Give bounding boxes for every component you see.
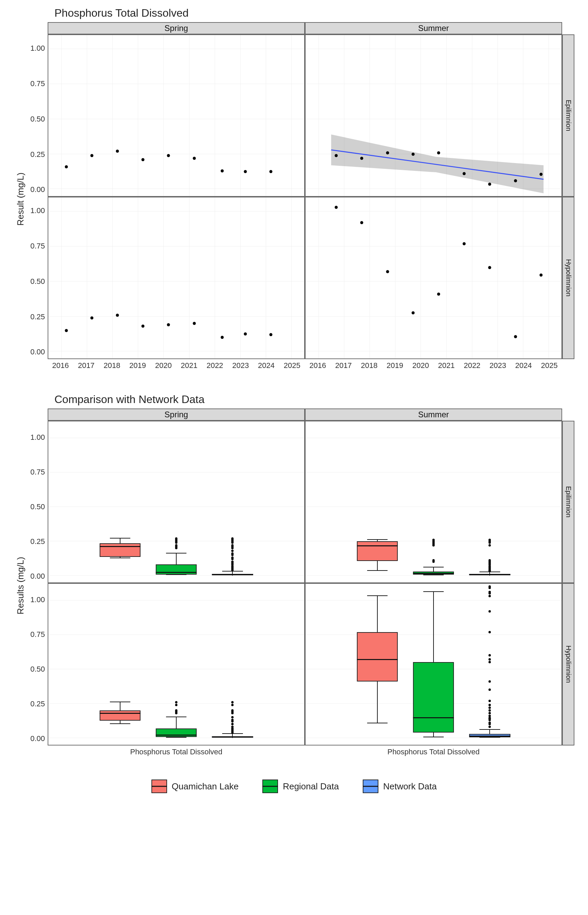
outlier-point xyxy=(231,709,234,711)
data-point xyxy=(488,183,491,186)
boxplot-box xyxy=(99,710,140,721)
data-point xyxy=(437,293,440,296)
outlier-point xyxy=(489,681,491,683)
outlier-point xyxy=(231,701,234,703)
outlier-point xyxy=(231,561,234,563)
outlier-point xyxy=(489,726,491,728)
y-tick: 0.50 xyxy=(30,503,45,511)
x-tick: 2017 xyxy=(78,361,95,370)
outlier-point xyxy=(489,559,491,562)
data-point xyxy=(244,170,247,173)
data-point xyxy=(116,150,119,153)
y-tick: 0.25 xyxy=(30,700,45,708)
panel-spring-epilimnion xyxy=(48,421,305,583)
y-tick: 0.50 xyxy=(30,115,45,124)
boxplot-facet-chart: Comparison with Network Data Results (mg… xyxy=(14,393,574,763)
data-point xyxy=(335,205,338,209)
y-tick: 0.00 xyxy=(30,348,45,356)
chart-title: Phosphorus Total Dissolved xyxy=(55,7,574,19)
data-point xyxy=(270,170,273,173)
panel-summer-epilimnion xyxy=(305,421,562,583)
y-tick: 0.25 xyxy=(30,312,45,321)
outlier-point xyxy=(489,595,491,597)
legend-swatch-red xyxy=(152,779,167,793)
outlier-point xyxy=(489,709,491,711)
legend-swatch-blue xyxy=(363,779,378,793)
y-tick: 0.00 xyxy=(30,734,45,743)
outlier-point xyxy=(433,538,435,541)
outlier-point xyxy=(231,723,234,726)
legend-item-regional: Regional Data xyxy=(262,779,339,793)
y-tick: 1.00 xyxy=(30,595,45,604)
y-axis-title: Results (mg/L) xyxy=(14,409,27,763)
panel-spring-hypolimnion xyxy=(48,197,305,359)
boxplot-box xyxy=(413,662,454,732)
legend-label: Quamichan Lake xyxy=(172,781,239,792)
outlier-point xyxy=(489,591,491,593)
facet-row-hypolimnion: Hypolimnion xyxy=(562,583,574,745)
outlier-point xyxy=(489,717,491,719)
x-tick: 2019 xyxy=(386,361,403,370)
x-tick: 2018 xyxy=(104,361,120,370)
outlier-point xyxy=(489,661,491,663)
data-point xyxy=(90,154,93,157)
y-tick: 0.75 xyxy=(30,79,45,88)
boxplot-box xyxy=(212,574,253,575)
y-tick: 0.50 xyxy=(30,277,45,286)
data-point xyxy=(244,333,247,336)
data-point xyxy=(167,323,170,327)
facet-col-spring: Spring xyxy=(48,409,305,421)
data-point xyxy=(540,274,543,277)
outlier-point xyxy=(231,553,234,555)
outlier-point xyxy=(489,658,491,661)
x-tick: 2019 xyxy=(129,361,146,370)
data-point xyxy=(360,157,363,160)
legend-label: Network Data xyxy=(383,781,437,792)
panel-summer-hypolimnion xyxy=(305,197,562,359)
data-point xyxy=(65,165,68,168)
y-tick: 1.00 xyxy=(30,44,45,53)
outlier-point xyxy=(231,719,234,721)
x-category-label: Phosphorus Total Dissolved xyxy=(387,747,480,757)
legend-swatch-green xyxy=(262,779,278,793)
boxplot-box xyxy=(357,541,397,561)
data-point xyxy=(411,312,414,315)
y-tick: 0.00 xyxy=(30,572,45,581)
x-tick: 2023 xyxy=(233,361,249,370)
x-tick: 2016 xyxy=(309,361,326,370)
boxplot-box xyxy=(357,632,397,682)
facet-row-epilimnion: Epilimnion xyxy=(562,34,574,197)
outlier-point xyxy=(489,654,491,656)
outlier-point xyxy=(489,610,491,613)
data-point xyxy=(142,158,145,162)
outlier-point xyxy=(231,703,234,706)
data-point xyxy=(142,325,145,328)
legend-item-network: Network Data xyxy=(363,779,437,793)
facet-row-hypolimnion: Hypolimnion xyxy=(562,197,574,359)
facet-col-summer: Summer xyxy=(305,409,562,421)
data-point xyxy=(488,266,491,269)
x-tick: 2021 xyxy=(438,361,455,370)
outlier-point xyxy=(231,544,234,546)
boxplot-box xyxy=(469,734,510,737)
data-point xyxy=(270,333,273,336)
outlier-point xyxy=(175,709,178,711)
x-tick: 2022 xyxy=(464,361,480,370)
x-tick: 2017 xyxy=(335,361,352,370)
data-point xyxy=(192,157,195,160)
boxplot-box xyxy=(156,564,197,574)
facet-col-summer: Summer xyxy=(305,22,562,34)
x-tick: 2025 xyxy=(284,361,300,370)
data-point xyxy=(386,151,389,154)
data-point xyxy=(411,152,414,155)
outlier-point xyxy=(175,703,178,706)
panel-summer-hypolimnion xyxy=(305,583,562,745)
data-point xyxy=(386,270,389,273)
legend-label: Regional Data xyxy=(283,781,339,792)
panel-spring-hypolimnion xyxy=(48,583,305,745)
y-tick: 0.00 xyxy=(30,185,45,194)
y-tick: 1.00 xyxy=(30,433,45,442)
boxplot-box xyxy=(212,736,253,738)
legend-item-quamichan: Quamichan Lake xyxy=(152,779,239,793)
outlier-point xyxy=(489,689,491,691)
